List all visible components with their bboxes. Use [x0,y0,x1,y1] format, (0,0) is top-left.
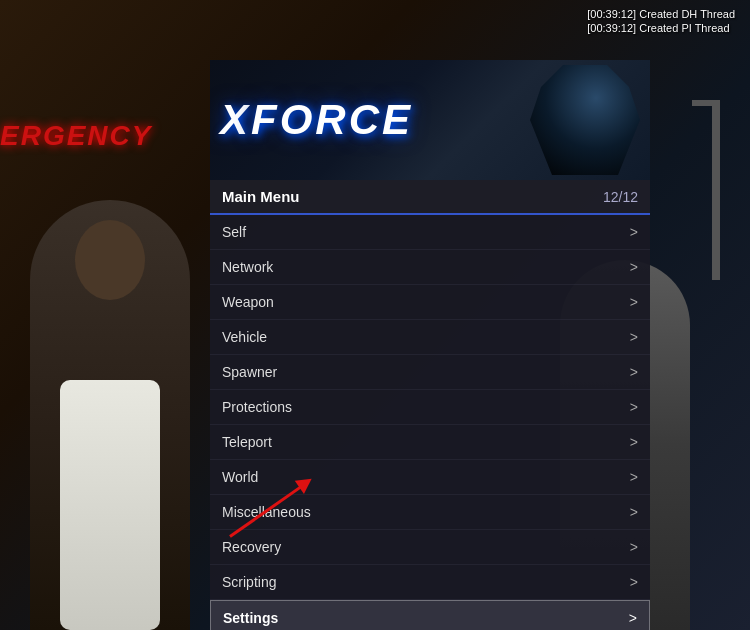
menu-item-spawner-arrow: > [630,364,638,380]
street-lamp [712,100,720,280]
menu-item-settings[interactable]: Settings > [210,600,650,630]
menu-item-self[interactable]: Self > [210,215,650,250]
menu-item-world-label: World [222,469,258,485]
log-messages: [00:39:12] Created DH Thread [00:39:12] … [587,8,735,36]
menu-title: Main Menu [222,188,300,205]
menu-item-recovery-label: Recovery [222,539,281,555]
menu-item-protections-arrow: > [630,399,638,415]
menu-counter: 12/12 [603,189,638,205]
menu-item-network[interactable]: Network > [210,250,650,285]
menu-item-teleport-label: Teleport [222,434,272,450]
character-shirt [60,380,160,630]
menu-item-weapon-arrow: > [630,294,638,310]
menu-item-miscellaneous-arrow: > [630,504,638,520]
menu-item-settings-label: Settings [223,610,278,626]
log-line-2: [00:39:12] Created PI Thread [587,22,735,34]
menu-item-network-arrow: > [630,259,638,275]
menu-item-settings-arrow: > [629,610,637,626]
menu-item-recovery-arrow: > [630,539,638,555]
logo-force: FORCE [251,96,413,143]
menu-item-vehicle-label: Vehicle [222,329,267,345]
menu-item-weapon-label: Weapon [222,294,274,310]
menu-item-protections[interactable]: Protections > [210,390,650,425]
emergency-sign: ERGENCY [0,120,152,152]
logo-banner: XFORCE [210,60,650,180]
menu-item-protections-label: Protections [222,399,292,415]
menu-item-vehicle-arrow: > [630,329,638,345]
menu-item-teleport-arrow: > [630,434,638,450]
logo-x: X [220,96,251,143]
menu-item-weapon[interactable]: Weapon > [210,285,650,320]
log-line-1: [00:39:12] Created DH Thread [587,8,735,20]
banner-figure [530,65,640,175]
menu-item-spawner-label: Spawner [222,364,277,380]
menu-item-scripting-label: Scripting [222,574,276,590]
menu-item-self-label: Self [222,224,246,240]
menu-item-vehicle[interactable]: Vehicle > [210,320,650,355]
logo-text: XFORCE [220,96,413,144]
menu-header: Main Menu 12/12 [210,180,650,215]
menu-item-world-arrow: > [630,469,638,485]
menu-items: Self > Network > Weapon > Vehicle > Spaw… [210,215,650,630]
menu-item-teleport[interactable]: Teleport > [210,425,650,460]
menu-item-spawner[interactable]: Spawner > [210,355,650,390]
menu-item-network-label: Network [222,259,273,275]
menu-item-scripting-arrow: > [630,574,638,590]
menu-item-miscellaneous[interactable]: Miscellaneous > [210,495,650,530]
menu-item-world[interactable]: World > [210,460,650,495]
character-left [30,200,190,630]
menu-panel: XFORCE Main Menu 12/12 Self > Network > … [210,60,650,630]
menu-item-self-arrow: > [630,224,638,240]
menu-item-scripting[interactable]: Scripting > [210,565,650,600]
menu-item-recovery[interactable]: Recovery > [210,530,650,565]
